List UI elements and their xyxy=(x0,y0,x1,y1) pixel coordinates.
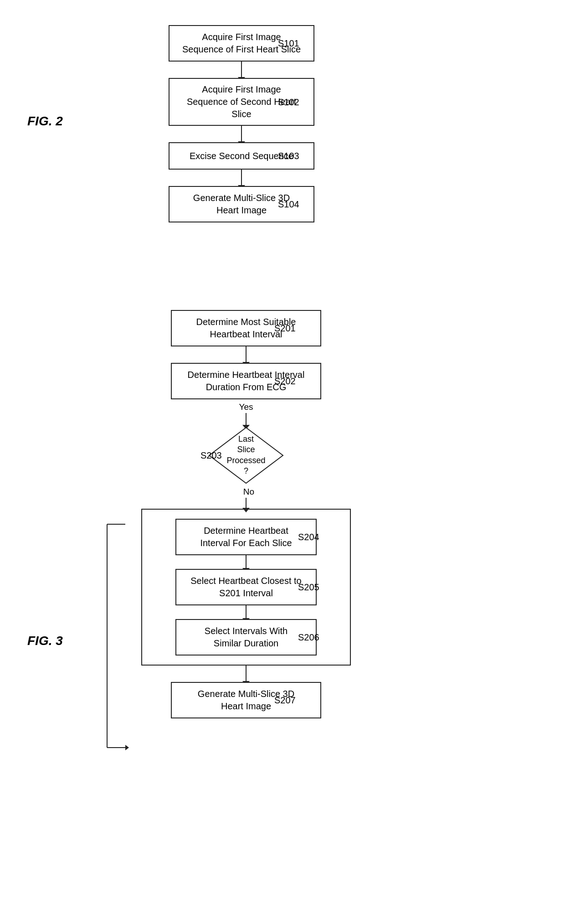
loop-container: Determine Heartbeat Interval For Each Sl… xyxy=(141,509,351,666)
s102-label: S102 xyxy=(278,97,299,107)
s205-label: S205 xyxy=(298,582,319,593)
s104-row: Generate Multi-Slice 3D Heart Image S104 xyxy=(128,186,355,222)
s204-label: S204 xyxy=(298,532,319,542)
s104-label: S104 xyxy=(278,199,299,210)
s207-box: Generate Multi-Slice 3D Heart Image xyxy=(171,682,321,718)
s203-label: S203 xyxy=(200,450,222,461)
s104-text: Generate Multi-Slice 3D Heart Image xyxy=(193,192,290,217)
s103-label: S103 xyxy=(278,151,299,161)
arrow-1 xyxy=(241,62,242,78)
s201-box: Determine Most Suitable Heartbeat Interv… xyxy=(171,310,321,346)
arrow-f3-3 xyxy=(246,498,247,509)
s201-row: Determine Most Suitable Heartbeat Interv… xyxy=(118,310,374,346)
arrow-f3-6 xyxy=(246,666,247,682)
arrow-2 xyxy=(241,126,242,142)
s204-box: Determine Heartbeat Interval For Each Sl… xyxy=(175,519,317,555)
s202-label: S202 xyxy=(274,376,296,387)
s203-text: LastSlice Processed? xyxy=(226,434,265,477)
s206-text: Select Intervals With Similar Duration xyxy=(205,625,288,650)
s207-label: S207 xyxy=(274,695,296,706)
arrow-f3-4 xyxy=(246,555,247,569)
s207-row: Generate Multi-Slice 3D Heart Image S207 xyxy=(118,682,374,718)
arrow-f3-1 xyxy=(246,346,247,363)
arrow-3 xyxy=(241,170,242,186)
s205-box: Select Heartbeat Closest to S201 Interva… xyxy=(175,569,317,605)
svg-marker-4 xyxy=(125,745,129,750)
arrow-f3-5 xyxy=(246,605,247,619)
s206-row: Select Intervals With Similar Duration S… xyxy=(151,619,341,656)
s206-label: S206 xyxy=(298,632,319,643)
arrow-f3-2 xyxy=(246,413,247,426)
s202-box: Determine Heartbeat Interval Duration Fr… xyxy=(171,363,321,399)
s103-row: Excise Second Sequence S103 xyxy=(128,142,355,170)
s205-row: Select Heartbeat Closest to S201 Interva… xyxy=(151,569,341,605)
s206-box: Select Intervals With Similar Duration xyxy=(175,619,317,656)
s204-row: Determine Heartbeat Interval For Each Sl… xyxy=(151,519,341,555)
fig3-label: FIG. 3 xyxy=(27,634,63,648)
page: FIG. 2 Acquire First Image Sequence of F… xyxy=(0,0,565,924)
s201-label: S201 xyxy=(274,323,296,334)
s204-text: Determine Heartbeat Interval For Each Sl… xyxy=(200,525,292,549)
yes-label: Yes xyxy=(239,402,253,412)
s202-row: Determine Heartbeat Interval Duration Fr… xyxy=(118,363,374,399)
fig2-label: FIG. 2 xyxy=(27,114,63,129)
s205-text: Select Heartbeat Closest to S201 Interva… xyxy=(190,575,301,599)
s102-row: Acquire First Image Sequence of Second H… xyxy=(128,78,355,126)
no-label: No xyxy=(243,487,254,497)
s101-row: Acquire First Image Sequence of First He… xyxy=(128,25,355,62)
s101-label: S101 xyxy=(278,38,299,49)
s203-row: LastSlice Processed? S203 xyxy=(118,426,374,485)
